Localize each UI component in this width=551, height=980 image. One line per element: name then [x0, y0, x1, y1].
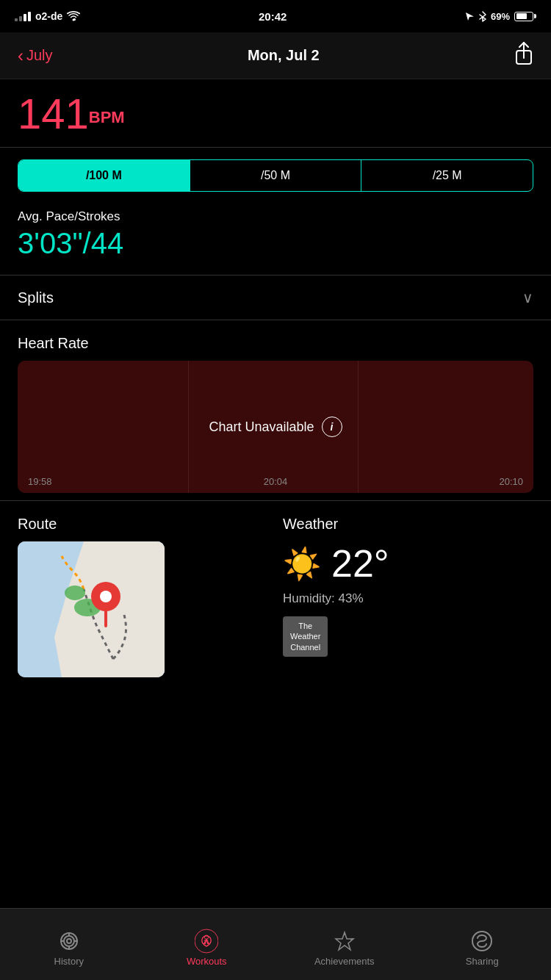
weather-temp-row: ☀️ 22°: [283, 541, 533, 586]
weather-label: Weather: [283, 516, 533, 533]
map-thumbnail[interactable]: [18, 541, 165, 677]
page-title: Mon, Jul 2: [248, 47, 320, 64]
bluetooth-icon: [479, 11, 486, 22]
back-label: July: [26, 47, 53, 64]
share-button[interactable]: [514, 42, 533, 70]
tab-workouts[interactable]: Workouts: [138, 922, 276, 967]
weather-channel-text: TheWeatherChannel: [290, 621, 320, 652]
timestamp-1: 19:58: [28, 476, 52, 487]
tab-history-label: History: [54, 956, 84, 967]
signal-icon: [15, 12, 31, 21]
bpm-section: 141BPM: [0, 79, 551, 148]
svg-point-5: [65, 586, 85, 600]
avg-pace-label: Avg. Pace/Strokes: [18, 209, 533, 224]
timestamp-3: 20:10: [499, 476, 523, 487]
timestamp-2: 20:04: [264, 476, 288, 487]
svg-point-15: [195, 929, 218, 953]
nav-bar: ‹ July Mon, Jul 2: [0, 32, 551, 79]
segment-100m[interactable]: /100 M: [18, 160, 190, 191]
svg-point-0: [73, 19, 75, 21]
svg-line-19: [350, 939, 353, 940]
wifi-icon: [67, 11, 80, 21]
tab-workouts-label: Workouts: [187, 956, 227, 967]
humidity-label: Humidity: 43%: [283, 591, 533, 606]
svg-point-9: [64, 936, 74, 946]
weather-channel-badge: TheWeatherChannel: [283, 616, 328, 657]
weather-col: Weather ☀️ 22° Humidity: 43% TheWeatherC…: [283, 516, 533, 677]
weather-temp: 22°: [331, 541, 389, 586]
status-left: o2-de: [15, 10, 80, 22]
bpm-number: 141: [18, 90, 89, 137]
tab-sharing[interactable]: Sharing: [414, 922, 552, 967]
carrier-label: o2-de: [35, 10, 62, 22]
splits-label: Splits: [18, 289, 54, 306]
info-icon[interactable]: i: [322, 417, 342, 437]
share-icon: [514, 42, 533, 65]
tab-achievements-label: Achievements: [314, 956, 375, 967]
map-svg: [18, 541, 165, 677]
bpm-display: 141BPM: [18, 93, 533, 135]
bpm-unit: BPM: [89, 108, 125, 126]
heart-rate-chart: Chart Unavailable i 19:58 20:04 20:10: [18, 361, 533, 493]
status-right: 69%: [465, 11, 536, 22]
location-icon: [465, 12, 475, 21]
chevron-left-icon: ‹: [18, 47, 24, 65]
tab-bar: History Workouts Achievements: [0, 908, 551, 980]
svg-point-7: [100, 591, 112, 602]
history-icon: [57, 929, 81, 953]
sharing-icon: [470, 929, 494, 953]
tab-sharing-label: Sharing: [466, 956, 499, 967]
sun-icon: ☀️: [283, 546, 321, 582]
chart-unavailable-message: Chart Unavailable i: [209, 417, 342, 437]
status-bar: o2-de 20:42 69%: [0, 0, 551, 32]
route-label: Route: [18, 516, 268, 533]
avg-pace-value: 3'03"/44: [18, 227, 533, 260]
battery-icon: [514, 12, 536, 21]
segment-50m[interactable]: /50 M: [190, 160, 362, 191]
heart-rate-section: Heart Rate Chart Unavailable i 19:58 20:…: [0, 320, 551, 500]
achievements-icon: [333, 929, 356, 953]
workouts-icon: [195, 929, 218, 953]
svg-point-10: [67, 939, 71, 943]
splits-row[interactable]: Splits ∨: [0, 275, 551, 320]
battery-percent: 69%: [491, 11, 510, 22]
avg-pace-section: Avg. Pace/Strokes 3'03"/44: [0, 203, 551, 275]
chart-unavailable-text: Chart Unavailable: [209, 419, 314, 435]
segment-control[interactable]: /100 M /50 M /25 M: [18, 159, 533, 192]
chart-timestamps: 19:58 20:04 20:10: [18, 476, 533, 487]
back-button[interactable]: ‹ July: [18, 47, 53, 65]
status-time: 20:42: [259, 10, 287, 23]
route-col: Route: [18, 516, 268, 677]
segment-25m[interactable]: /25 M: [361, 160, 533, 191]
tab-history[interactable]: History: [0, 922, 138, 967]
chevron-down-icon: ∨: [522, 289, 533, 306]
route-weather-section: Route: [0, 500, 551, 692]
tab-achievements[interactable]: Achievements: [276, 922, 414, 967]
heart-rate-label: Heart Rate: [18, 335, 533, 352]
